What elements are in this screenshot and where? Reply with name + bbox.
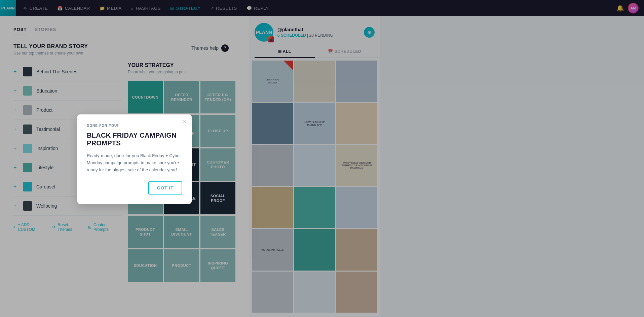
modal-body: Ready-made, done-for-you Black Friday + … (87, 152, 182, 173)
modal-close-button[interactable]: × (183, 118, 186, 126)
modal-got-it-button[interactable]: GOT IT (148, 181, 182, 195)
modal-title: BLACK FRIDAY CAMPAIGN PROMPTS (87, 132, 182, 147)
modal-overlay[interactable]: × DONE-FOR-YOU! BLACK FRIDAY CAMPAIGN PR… (0, 0, 644, 317)
modal-dialog: × DONE-FOR-YOU! BLACK FRIDAY CAMPAIGN PR… (77, 114, 192, 204)
modal-badge: DONE-FOR-YOU! (87, 124, 182, 128)
